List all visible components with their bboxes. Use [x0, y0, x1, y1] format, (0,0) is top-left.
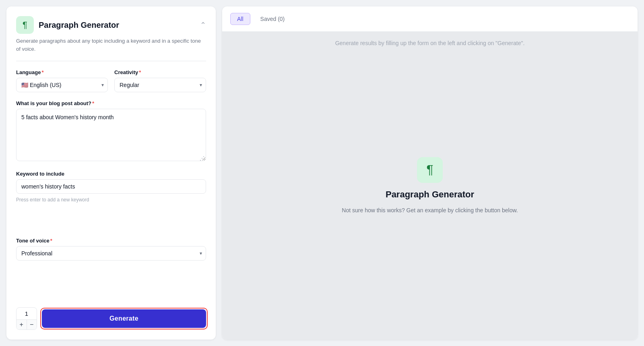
counter-decrement-button[interactable]: −: [27, 320, 37, 329]
creativity-group: Creativity* Regular High Low ▾: [114, 69, 206, 92]
content-area: Generate results by filling up the form …: [222, 32, 638, 340]
language-creativity-row: Language* 🇺🇸 English (US) 🇬🇧 English (UK…: [16, 69, 206, 92]
creativity-select-wrapper: Regular High Low ▾: [114, 78, 206, 92]
counter-buttons: + −: [17, 320, 37, 329]
creativity-select[interactable]: Regular High Low: [114, 78, 206, 92]
tone-label: Tone of voice*: [16, 238, 206, 244]
counter-increment-button[interactable]: +: [17, 320, 27, 329]
language-group: Language* 🇺🇸 English (US) 🇬🇧 English (UK…: [16, 69, 108, 92]
header-left: ¶ Paragraph Generator: [16, 16, 119, 34]
tone-select[interactable]: Professional Casual Friendly Formal Witt…: [16, 246, 206, 261]
blog-label: What is your blog post about?*: [16, 100, 206, 106]
empty-state-icon: ¶: [417, 157, 443, 183]
keyword-group: Keyword to include Press enter to add a …: [16, 171, 206, 230]
generate-btn-wrapper: Generate: [42, 309, 206, 328]
blog-group: What is your blog post about?* 5 facts a…: [16, 100, 206, 163]
divider: [16, 61, 206, 61]
tone-required: *: [50, 238, 52, 244]
tone-select-wrapper: Professional Casual Friendly Formal Witt…: [16, 246, 206, 261]
keyword-input[interactable]: [16, 179, 206, 194]
resize-handle: ⋰: [200, 155, 204, 161]
app-icon: ¶: [16, 16, 34, 34]
creativity-label: Creativity*: [114, 69, 206, 75]
empty-state: ¶ Paragraph Generator Not sure how this …: [342, 157, 518, 215]
right-panel: All Saved (0) Generate results by fillin…: [222, 6, 638, 340]
tabs-row: All Saved (0): [222, 6, 638, 32]
tone-group: Tone of voice* Professional Casual Frien…: [16, 238, 206, 296]
language-label: Language*: [16, 69, 108, 75]
empty-state-title: Paragraph Generator: [386, 189, 474, 200]
language-select-wrapper: 🇺🇸 English (US) 🇬🇧 English (UK) 🇪🇸 Spani…: [16, 78, 108, 92]
language-select[interactable]: 🇺🇸 English (US) 🇬🇧 English (UK) 🇪🇸 Spani…: [16, 78, 108, 92]
empty-state-subtitle: Not sure how this works? Get an example …: [342, 206, 518, 215]
tab-saved[interactable]: Saved (0): [254, 13, 292, 25]
chevron-icon[interactable]: ⌃: [200, 21, 206, 29]
placeholder-hint: Generate results by filling up the form …: [335, 40, 525, 46]
blog-textarea-wrapper: 5 facts about Women's history month ⋰: [16, 109, 206, 163]
left-panel: ¶ Paragraph Generator ⌃ Generate paragra…: [6, 6, 216, 340]
creativity-required: *: [139, 69, 141, 75]
generate-button[interactable]: Generate: [42, 309, 206, 328]
counter-box: 1 + −: [16, 307, 37, 330]
counter-value: 1: [17, 308, 37, 320]
bottom-row: 1 + − Generate: [16, 304, 206, 330]
blog-textarea[interactable]: 5 facts about Women's history month: [16, 109, 206, 161]
keyword-hint: Press enter to add a new keyword: [16, 197, 206, 203]
tab-all[interactable]: All: [230, 13, 250, 25]
app-description: Generate paragraphs about any topic incl…: [16, 37, 206, 53]
app-title: Paragraph Generator: [39, 21, 119, 30]
header-row: ¶ Paragraph Generator ⌃: [16, 16, 206, 34]
blog-required: *: [92, 100, 94, 106]
language-required: *: [41, 69, 43, 75]
keyword-label: Keyword to include: [16, 171, 206, 177]
